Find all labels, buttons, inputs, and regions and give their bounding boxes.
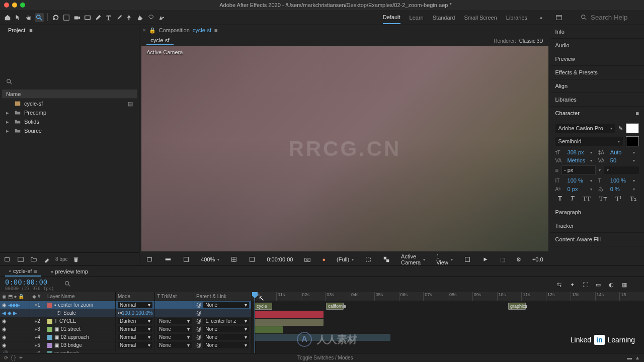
brush-tool-icon[interactable] <box>115 13 124 22</box>
roi-icon[interactable] <box>362 255 375 264</box>
project-search[interactable] <box>2 77 137 86</box>
zoom-slider[interactable]: ▲ <box>635 355 640 360</box>
stroke-width-input[interactable] <box>561 165 596 174</box>
fill-swatch[interactable] <box>626 123 639 133</box>
project-panel-tab[interactable]: Project ≡ <box>0 25 139 35</box>
font-size[interactable]: 308 px <box>568 149 588 155</box>
eraser-tool-icon[interactable] <box>136 13 145 22</box>
layer-row-3[interactable]: ◉ ▸ 3 ▣01 street Normal▾ None▾ @None▾ <box>0 325 252 333</box>
interpret-footage-icon[interactable] <box>3 255 12 264</box>
rectangle-tool-icon[interactable] <box>83 13 92 22</box>
panel-align[interactable]: Align <box>550 79 644 93</box>
fast-preview-icon[interactable] <box>479 255 492 264</box>
workspace-default[interactable]: Default <box>383 11 400 24</box>
visibility-icon[interactable]: ◉ <box>2 342 7 348</box>
comp-link[interactable]: cycle-sf <box>193 27 211 33</box>
layer-row-5[interactable]: ◉ ▸ 5 ▣03 bridge Normal▾ None▾ @None▾ <box>0 341 252 349</box>
3d-icon[interactable]: ⬚ <box>497 255 508 264</box>
project-item-comp[interactable]: cycle-sf▤ <box>2 99 137 108</box>
close-window-button[interactable] <box>4 3 9 8</box>
sun-icon[interactable]: ☀ <box>19 355 23 360</box>
home-icon[interactable] <box>3 13 12 22</box>
project-item-precomp[interactable]: ▸Precomp <box>2 108 137 117</box>
parent-dropdown[interactable]: 1. center for z▾ <box>203 318 249 324</box>
timeline-search-icon[interactable] <box>64 281 71 289</box>
toggle-switches-icon[interactable]: ⟳ <box>4 355 8 360</box>
motion-blur-icon[interactable]: ◐ <box>607 280 616 289</box>
adjust-icon[interactable] <box>42 255 51 264</box>
project-item-source[interactable]: ▸Source <box>2 126 137 135</box>
panel-info[interactable]: Info <box>550 25 644 39</box>
frame-blend-icon[interactable]: ▭ <box>594 280 603 289</box>
font-style-dropdown[interactable]: Semibold <box>555 137 623 146</box>
layer-row-4[interactable]: ◉ ▸ 4 ▣02 approach Normal▾ None▾ @None▾ <box>0 333 252 341</box>
pickwhip-icon[interactable]: @ <box>196 326 201 332</box>
leading[interactable]: Auto <box>610 149 631 155</box>
hand-tool-icon[interactable] <box>24 13 33 22</box>
bpc-label[interactable]: 8 bpc <box>55 256 67 262</box>
timeline-tab-cycle[interactable]: ▫cycle-sf ≡ <box>5 266 41 277</box>
allcaps-button[interactable]: TT <box>583 195 591 203</box>
camera-tool-icon[interactable] <box>72 13 82 22</box>
clone-tool-icon[interactable] <box>125 13 134 22</box>
trash-icon[interactable] <box>71 255 80 264</box>
grid-icon[interactable] <box>227 255 240 264</box>
col-parent[interactable]: Parent & Link <box>194 292 252 301</box>
comp-subtab[interactable]: cycle-sf <box>146 36 173 45</box>
visibility-icon[interactable]: ◉ <box>2 334 7 340</box>
panel-libraries[interactable]: Libraries <box>550 93 644 107</box>
track-bar-1[interactable] <box>255 311 324 318</box>
panel-effects[interactable]: Effects & Presets <box>550 66 644 79</box>
camera-dropdown[interactable]: Active Camera <box>398 252 428 266</box>
roto-tool-icon[interactable] <box>146 13 155 22</box>
property-row-scale[interactable]: ◀ ◆ ▶ ⏱Scale ⚯ 100.0,100.0% @ <box>0 309 252 317</box>
brackets-icon[interactable]: { } <box>11 355 16 360</box>
marker-graphics[interactable]: graphics <box>508 303 526 310</box>
font-family-dropdown[interactable]: Adobe Caslon Pro <box>555 124 615 133</box>
layer-row-2[interactable]: ◉ ▸ 2 TCYCLE Darken▾ None▾ @1. center fo… <box>0 317 252 325</box>
panel-preview[interactable]: Preview <box>550 52 644 66</box>
mode-dropdown[interactable]: Normal▾ <box>118 326 152 332</box>
track-bar-3[interactable] <box>255 326 283 333</box>
panel-menu-icon[interactable]: ≡ <box>636 110 639 116</box>
rotation-tool-icon[interactable] <box>62 13 71 22</box>
workspace-small[interactable]: Small Screen <box>464 12 497 24</box>
audio-icon[interactable]: 🔊 <box>2 350 8 353</box>
stroke-options-dropdown[interactable] <box>604 166 639 174</box>
mode-dropdown[interactable]: Normal▾ <box>118 334 152 340</box>
new-folder-icon[interactable] <box>29 255 38 264</box>
smallcaps-button[interactable]: Tᴛ <box>599 195 607 203</box>
views-dropdown[interactable]: 1 View <box>433 252 456 266</box>
parent-dropdown[interactable]: None▾ <box>203 326 249 332</box>
panel-audio[interactable]: Audio <box>550 39 644 52</box>
lock-icon[interactable]: 🔒 <box>149 27 156 34</box>
stopwatch-icon[interactable]: ⏱ <box>56 310 61 316</box>
parent-dropdown[interactable]: None▾ <box>203 342 249 348</box>
snapshot-icon[interactable] <box>301 255 314 264</box>
vscale[interactable]: 100 % <box>568 177 588 184</box>
link-icon[interactable]: ⚯ <box>118 310 122 316</box>
eyedropper-icon[interactable]: ✎ <box>618 125 623 132</box>
pickwhip-icon[interactable]: @ <box>196 318 201 324</box>
trkmat-dropdown[interactable]: None▾ <box>157 326 192 332</box>
type-tool-icon[interactable] <box>104 13 113 22</box>
col-trkmat[interactable]: T TrkMat <box>155 292 194 301</box>
visibility-icon[interactable]: ◉ <box>2 326 7 332</box>
panel-caf[interactable]: Content-Aware Fill <box>550 233 644 246</box>
kerning[interactable]: Metrics <box>568 157 588 163</box>
visibility-icon[interactable]: ◉ <box>2 302 7 308</box>
playhead[interactable]: ↖ <box>255 292 255 353</box>
trkmat-dropdown[interactable]: None▾ <box>157 342 192 348</box>
stroke-swatch[interactable] <box>626 136 639 146</box>
pickwhip-icon[interactable]: @ <box>196 310 201 316</box>
visibility-icon[interactable]: ◉ <box>2 318 7 324</box>
renderer-value[interactable]: Classic 3D <box>519 38 543 44</box>
workspace-reset-icon[interactable] <box>554 13 564 22</box>
pickwhip-icon[interactable]: @ <box>196 334 201 340</box>
panel-paragraph[interactable]: Paragraph <box>550 206 644 219</box>
pickwhip-icon[interactable]: @ <box>196 302 201 308</box>
marker-cycle[interactable]: cycle <box>255 303 272 310</box>
composition-viewer[interactable]: Active Camera RRCG.CN <box>141 46 548 251</box>
channel-icon[interactable] <box>162 255 175 264</box>
time-ruler[interactable]: 00s01s02s03s04s05s06s07s08s09s10s11s12s1… <box>252 292 644 301</box>
